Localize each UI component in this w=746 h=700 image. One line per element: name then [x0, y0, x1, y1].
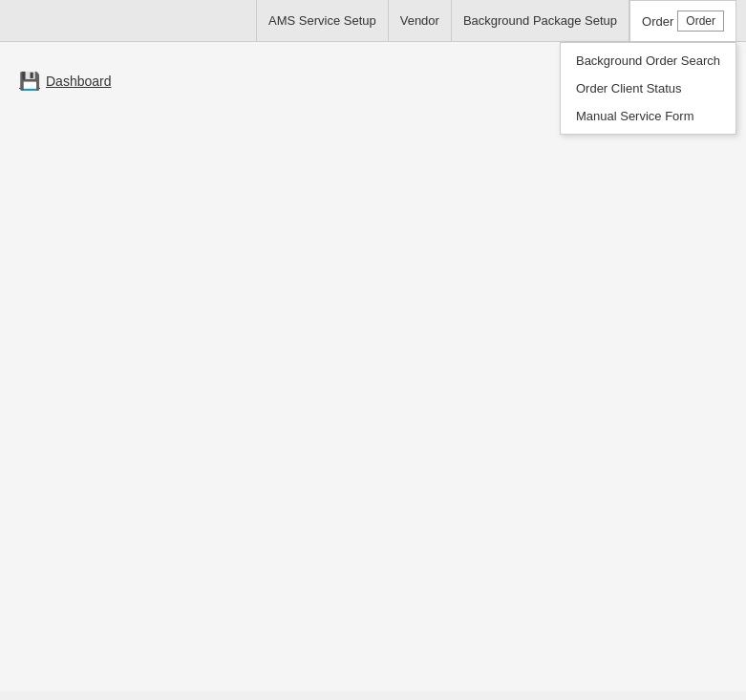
nav-item-ams-service-setup[interactable]: AMS Service Setup — [256, 0, 389, 41]
content-area: 💾 Dashboard — [0, 42, 746, 691]
dropdown-item-manual-service-form[interactable]: Manual Service Form — [561, 102, 735, 130]
dropdown-item-background-order-search[interactable]: Background Order Search — [561, 47, 735, 74]
order-badge: Order — [677, 11, 724, 32]
nav-item-order-wrapper[interactable]: Order Order Background Order Search Orde… — [629, 0, 736, 41]
nav-order-label: Order — [642, 14, 673, 29]
nav-item-background-package-setup[interactable]: Background Package Setup — [452, 0, 629, 41]
order-dropdown-menu: Background Order Search Order Client Sta… — [560, 42, 736, 135]
dashboard-icon: 💾 — [19, 71, 40, 92]
dropdown-item-order-client-status[interactable]: Order Client Status — [561, 74, 735, 102]
dashboard-label: Dashboard — [46, 74, 112, 89]
nav-item-order[interactable]: Order Order — [629, 0, 736, 41]
top-navigation: AMS Service Setup Vendor Background Pack… — [0, 0, 746, 42]
nav-item-vendor[interactable]: Vendor — [389, 0, 452, 41]
